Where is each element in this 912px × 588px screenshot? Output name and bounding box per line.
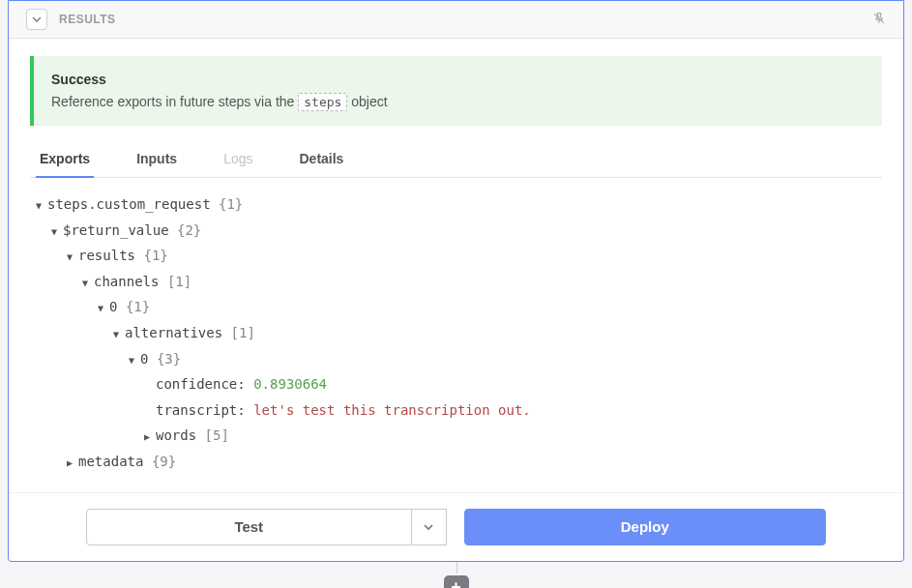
tree-node[interactable]: ▼alternatives [1]: [36, 320, 882, 346]
caret-down-icon: ▼: [129, 351, 140, 369]
tree-suffix: {1}: [126, 299, 150, 314]
action-bar: Test Deploy: [9, 492, 903, 561]
tree-leaf: transcript let's test this transcription…: [36, 397, 882, 424]
tree-node[interactable]: ▼channels [1]: [36, 269, 882, 295]
tree-node[interactable]: ▶words [5]: [36, 423, 882, 449]
tree-key: confidence: [156, 376, 246, 392]
tree-node[interactable]: ▼results {1}: [36, 243, 882, 269]
tree-label: $return_value: [63, 222, 169, 238]
results-panel: RESULTS Success Reference exports in fut…: [8, 0, 904, 562]
tree-suffix: {1}: [219, 196, 243, 212]
alert-title: Success: [51, 70, 865, 90]
tree-label: results: [78, 248, 135, 263]
caret-down-icon: ▼: [67, 248, 78, 266]
tab-inputs[interactable]: Inputs: [132, 143, 181, 178]
chevron-down-icon: [31, 14, 43, 25]
tree-node[interactable]: ▼0 {1}: [36, 294, 882, 320]
caret-right-icon: ▶: [67, 454, 78, 472]
tree-suffix: {3}: [157, 351, 181, 367]
collapse-toggle[interactable]: [26, 9, 47, 30]
tree-label: alternatives: [125, 325, 222, 340]
caret-down-icon: ▼: [36, 196, 47, 215]
caret-down-icon: ▼: [51, 222, 63, 241]
tree-node[interactable]: ▼$return_value {2}: [36, 218, 882, 244]
add-step-button[interactable]: +: [444, 575, 469, 588]
tree-key: transcript: [156, 402, 246, 418]
code-chip-steps: steps: [298, 93, 347, 111]
test-button-group: Test: [86, 509, 447, 545]
deploy-button[interactable]: Deploy: [464, 509, 827, 545]
tree-suffix: {1}: [143, 248, 167, 263]
test-dropdown-button[interactable]: [412, 509, 447, 545]
tab-exports[interactable]: Exports: [36, 143, 94, 178]
caret-down-icon: ▼: [82, 274, 94, 292]
caret-down-icon: ▼: [98, 299, 109, 317]
tree-suffix: [1]: [167, 274, 191, 289]
tree-label: channels: [94, 274, 159, 289]
caret-down-icon: ▼: [113, 325, 125, 343]
tab-logs[interactable]: Logs: [220, 143, 256, 178]
success-alert: Success Reference exports in future step…: [30, 56, 882, 126]
tree-node[interactable]: ▶metadata {9}: [36, 449, 882, 475]
tab-details[interactable]: Details: [295, 143, 347, 178]
tree-label: 0: [140, 351, 148, 367]
caret-right-icon: ▶: [144, 427, 156, 446]
result-tabs: ExportsInputsLogsDetails: [30, 143, 882, 178]
tree-value: let's test this transcription out.: [253, 402, 531, 418]
tree-label: 0: [109, 299, 117, 314]
pin-icon[interactable]: [872, 12, 886, 28]
test-button[interactable]: Test: [86, 509, 412, 545]
panel-header: RESULTS: [9, 1, 903, 39]
tree-value: 0.8930664: [253, 376, 327, 392]
panel-title: RESULTS: [59, 13, 116, 26]
chevron-down-icon: [423, 521, 434, 533]
exports-tree: ▼steps.custom_request {1}▼$return_value …: [30, 178, 882, 492]
tree-suffix: [1]: [231, 325, 255, 340]
tree-label: steps.custom_request: [47, 196, 211, 212]
tree-suffix: {9}: [152, 454, 176, 469]
tree-label: words: [156, 427, 196, 443]
tree-node[interactable]: ▼steps.custom_request {1}: [36, 191, 882, 218]
tree-node[interactable]: ▼0 {3}: [36, 346, 882, 372]
tree-leaf: confidence 0.8930664: [36, 371, 882, 397]
alert-description: Reference exports in future steps via th…: [51, 92, 865, 112]
tree-suffix: [5]: [205, 427, 229, 443]
tree-suffix: {2}: [177, 222, 201, 238]
tree-label: metadata: [78, 454, 143, 469]
